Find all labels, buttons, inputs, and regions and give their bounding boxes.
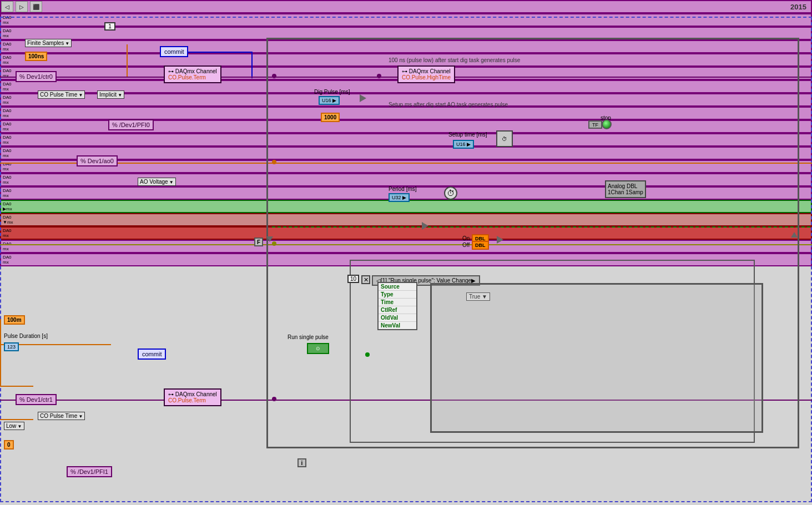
- loop-f-left: F: [254, 238, 263, 246]
- period-label: Period [ms]: [389, 186, 417, 192]
- tf-block: TF: [588, 120, 602, 129]
- arrow-down-left: [266, 236, 273, 242]
- arrow-onoff: [497, 236, 503, 244]
- on-label: On: [462, 235, 470, 241]
- case-structure: [430, 283, 763, 433]
- arrow-convert-1: [360, 94, 366, 102]
- loop-i-bottom: i: [297, 458, 306, 467]
- junction-orange-1: [272, 160, 276, 164]
- junction-purple-1: [272, 74, 276, 78]
- val-0: 0: [4, 440, 14, 450]
- dig-pulse-label: Dig Pulse [ms]: [314, 89, 350, 95]
- val-1000: 1000: [321, 113, 340, 122]
- wire-pulse-dur-v: [0, 319, 1, 386]
- toolbar: ◁ ▷ ⬛: [1, 1, 42, 12]
- period-u32: U32 ▶: [389, 193, 410, 202]
- stop-toolbar-button[interactable]: ⬛: [30, 1, 42, 12]
- finite-samples-dropdown[interactable]: Finite Samples: [25, 39, 72, 47]
- dev1-ao0: % Dev1/ao0: [77, 155, 118, 166]
- setup-time-u16: U16 ▶: [453, 140, 474, 149]
- time-item: Time: [379, 299, 416, 306]
- arrow-main-loop: [422, 222, 428, 230]
- daqmx-channel-1: ⊶ DAQmx Channel CO.Pulse.Term: [164, 65, 221, 83]
- dev1-ctr0: % Dev1/ctr0: [16, 71, 57, 82]
- val-100m: 100m: [4, 315, 25, 325]
- wire-blue-commit1-v: [251, 52, 253, 78]
- analog-dbl: Analog DBL 1Chan 1Samp: [605, 180, 646, 198]
- year-label: 2015: [790, 3, 806, 11]
- ao-voltage[interactable]: AO Voltage: [138, 178, 176, 186]
- num-10: 10: [347, 275, 359, 283]
- run-single-pulse-label: Run single pulse: [288, 334, 329, 340]
- forward-button[interactable]: ▷: [16, 1, 28, 12]
- type-item: Type: [379, 291, 416, 299]
- daqmx-channel-3: ⊶ DAQmx Channel CO.Pulse.Term: [164, 388, 221, 406]
- junction-olive-1: [272, 241, 276, 246]
- note2: Setup ms after dig start AO task generat…: [389, 102, 508, 108]
- arrow-up-right: [791, 232, 798, 238]
- co-pulse-time-2[interactable]: CO Pulse Time: [38, 412, 85, 420]
- off-dbl: DBL: [472, 241, 489, 250]
- pulse-duration-label: Pulse Duration [s]: [4, 333, 48, 339]
- newval-item: NewVal: [379, 322, 416, 329]
- daq-small-1: DA0mx: [0, 0, 812, 13]
- wire-low-h: [0, 386, 33, 387]
- commit2[interactable]: commit: [138, 349, 166, 360]
- pfi0: % /Dev1/PFI0: [108, 119, 154, 130]
- wait-func: ⏱: [496, 130, 513, 147]
- junction-green: [365, 352, 370, 357]
- canvas: ◁ ▷ ⬛ 2015 Finite Samples 100ns 1 % Dev1…: [0, 0, 812, 505]
- off-label: Off: [462, 242, 470, 248]
- dig-pulse-u16: U16 ▶: [319, 96, 340, 105]
- wire-0-h: [0, 419, 33, 420]
- daqmx-channel-2: ⊶ DAQmx Channel CO.Pulse.HighTime: [397, 65, 455, 83]
- note1: 100 ns (pulse low) after start dig task …: [389, 57, 520, 63]
- back-button[interactable]: ◁: [1, 1, 13, 12]
- ns-indicator: 100ns: [25, 52, 47, 61]
- setup-time-label: Setup time [ms]: [448, 132, 487, 138]
- dev1-ctr1: % Dev1/ctr1: [16, 394, 57, 405]
- x-button[interactable]: ✕: [361, 275, 370, 284]
- source-item: Source: [379, 283, 416, 291]
- wire-ao-h: [105, 163, 272, 164]
- ctlref-item: CtlRef: [379, 306, 416, 314]
- pulse-dur-input[interactable]: 123: [4, 342, 19, 351]
- junction-purple-2: [377, 74, 381, 78]
- event-data-list: Source Type Time CtlRef OldVal NewVal: [377, 282, 417, 330]
- implicit-dropdown[interactable]: Implicit: [97, 90, 124, 99]
- daq-small-2: DA0mx: [0, 13, 812, 27]
- stop-led: [602, 119, 612, 129]
- run-single-pulse-btn[interactable]: ⊙: [307, 343, 329, 354]
- num-1-top: 1: [104, 22, 115, 31]
- oldval-item: OldVal: [379, 314, 416, 322]
- junction-purple-3: [272, 397, 276, 401]
- co-pulse-time[interactable]: CO Pulse Time: [38, 90, 85, 99]
- wire-orange-v1: [127, 44, 128, 78]
- commit1[interactable]: commit: [160, 46, 188, 57]
- clock-icon: ⏱: [444, 186, 457, 200]
- low-dropdown[interactable]: Low: [4, 422, 24, 430]
- pfi1: % /Dev1/PFI1: [67, 466, 112, 477]
